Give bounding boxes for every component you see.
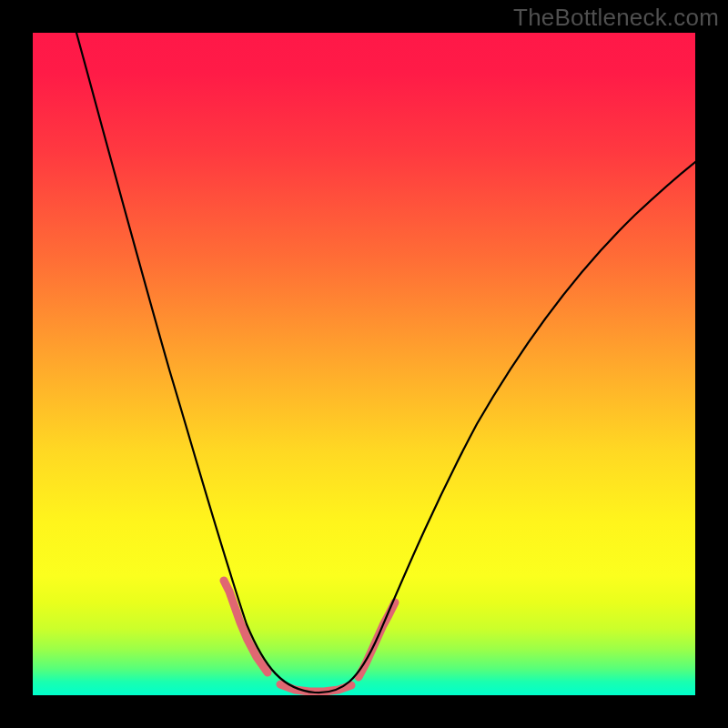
highlight-left	[224, 581, 268, 672]
curve-layer	[33, 33, 695, 695]
plot-area	[33, 33, 695, 695]
watermark: TheBottleneck.com	[513, 4, 719, 32]
chart-frame: TheBottleneck.com	[0, 0, 728, 728]
bottleneck-curve	[76, 33, 695, 693]
